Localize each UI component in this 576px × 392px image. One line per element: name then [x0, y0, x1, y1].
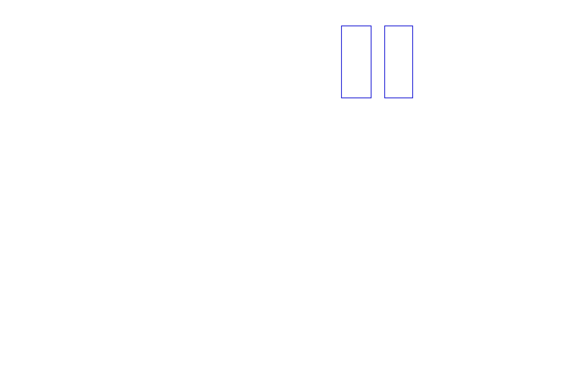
line-fit-plot: [420, 20, 547, 100]
elixer-report-page: [0, 0, 576, 392]
weighted-sum-label: [308, 20, 311, 30]
clean-image-canvas: [385, 26, 412, 97]
full-spectrum-plot: [0, 109, 576, 191]
clean-image-box: [384, 26, 413, 98]
report-meta: [434, 2, 454, 22]
with-sky-canvas: [342, 26, 371, 97]
with-sky-image: [341, 26, 372, 98]
